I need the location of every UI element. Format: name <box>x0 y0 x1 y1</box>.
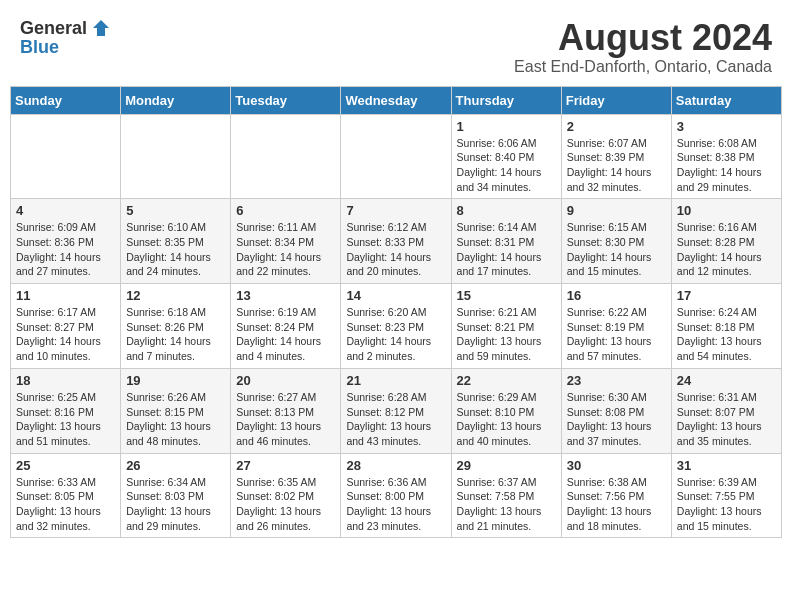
day-info: Sunrise: 6:10 AMSunset: 8:35 PMDaylight:… <box>126 220 225 279</box>
day-info: Sunrise: 6:25 AMSunset: 8:16 PMDaylight:… <box>16 390 115 449</box>
calendar-cell: 17Sunrise: 6:24 AMSunset: 8:18 PMDayligh… <box>671 284 781 369</box>
calendar-cell: 8Sunrise: 6:14 AMSunset: 8:31 PMDaylight… <box>451 199 561 284</box>
day-number: 3 <box>677 119 776 134</box>
calendar-cell: 4Sunrise: 6:09 AMSunset: 8:36 PMDaylight… <box>11 199 121 284</box>
weekday-header: Tuesday <box>231 86 341 114</box>
day-info: Sunrise: 6:28 AMSunset: 8:12 PMDaylight:… <box>346 390 445 449</box>
title-area: August 2024 East End-Danforth, Ontario, … <box>514 18 772 76</box>
day-number: 20 <box>236 373 335 388</box>
day-number: 4 <box>16 203 115 218</box>
day-info: Sunrise: 6:14 AMSunset: 8:31 PMDaylight:… <box>457 220 556 279</box>
day-number: 2 <box>567 119 666 134</box>
day-info: Sunrise: 6:16 AMSunset: 8:28 PMDaylight:… <box>677 220 776 279</box>
day-number: 18 <box>16 373 115 388</box>
day-number: 17 <box>677 288 776 303</box>
calendar-cell: 1Sunrise: 6:06 AMSunset: 8:40 PMDaylight… <box>451 114 561 199</box>
calendar-cell: 21Sunrise: 6:28 AMSunset: 8:12 PMDayligh… <box>341 368 451 453</box>
day-info: Sunrise: 6:38 AMSunset: 7:56 PMDaylight:… <box>567 475 666 534</box>
calendar-cell: 7Sunrise: 6:12 AMSunset: 8:33 PMDaylight… <box>341 199 451 284</box>
day-number: 28 <box>346 458 445 473</box>
calendar-cell: 5Sunrise: 6:10 AMSunset: 8:35 PMDaylight… <box>121 199 231 284</box>
calendar-cell: 20Sunrise: 6:27 AMSunset: 8:13 PMDayligh… <box>231 368 341 453</box>
weekday-header: Sunday <box>11 86 121 114</box>
calendar-cell: 9Sunrise: 6:15 AMSunset: 8:30 PMDaylight… <box>561 199 671 284</box>
weekday-header: Monday <box>121 86 231 114</box>
calendar-cell: 25Sunrise: 6:33 AMSunset: 8:05 PMDayligh… <box>11 453 121 538</box>
day-number: 30 <box>567 458 666 473</box>
day-number: 26 <box>126 458 225 473</box>
calendar-cell: 28Sunrise: 6:36 AMSunset: 8:00 PMDayligh… <box>341 453 451 538</box>
calendar-cell <box>121 114 231 199</box>
logo-icon <box>91 18 111 38</box>
calendar-cell <box>341 114 451 199</box>
day-number: 1 <box>457 119 556 134</box>
calendar-cell: 16Sunrise: 6:22 AMSunset: 8:19 PMDayligh… <box>561 284 671 369</box>
day-info: Sunrise: 6:09 AMSunset: 8:36 PMDaylight:… <box>16 220 115 279</box>
calendar-cell <box>231 114 341 199</box>
day-info: Sunrise: 6:30 AMSunset: 8:08 PMDaylight:… <box>567 390 666 449</box>
day-info: Sunrise: 6:06 AMSunset: 8:40 PMDaylight:… <box>457 136 556 195</box>
day-info: Sunrise: 6:33 AMSunset: 8:05 PMDaylight:… <box>16 475 115 534</box>
calendar-cell: 31Sunrise: 6:39 AMSunset: 7:55 PMDayligh… <box>671 453 781 538</box>
day-info: Sunrise: 6:12 AMSunset: 8:33 PMDaylight:… <box>346 220 445 279</box>
day-info: Sunrise: 6:36 AMSunset: 8:00 PMDaylight:… <box>346 475 445 534</box>
day-number: 15 <box>457 288 556 303</box>
day-number: 24 <box>677 373 776 388</box>
calendar-cell: 27Sunrise: 6:35 AMSunset: 8:02 PMDayligh… <box>231 453 341 538</box>
calendar-cell: 6Sunrise: 6:11 AMSunset: 8:34 PMDaylight… <box>231 199 341 284</box>
calendar-cell: 26Sunrise: 6:34 AMSunset: 8:03 PMDayligh… <box>121 453 231 538</box>
day-number: 25 <box>16 458 115 473</box>
calendar-cell: 24Sunrise: 6:31 AMSunset: 8:07 PMDayligh… <box>671 368 781 453</box>
day-info: Sunrise: 6:21 AMSunset: 8:21 PMDaylight:… <box>457 305 556 364</box>
day-info: Sunrise: 6:29 AMSunset: 8:10 PMDaylight:… <box>457 390 556 449</box>
day-number: 8 <box>457 203 556 218</box>
weekday-header: Friday <box>561 86 671 114</box>
calendar-cell: 15Sunrise: 6:21 AMSunset: 8:21 PMDayligh… <box>451 284 561 369</box>
calendar-cell: 14Sunrise: 6:20 AMSunset: 8:23 PMDayligh… <box>341 284 451 369</box>
svg-marker-0 <box>93 20 109 36</box>
header: General Blue August 2024 East End-Danfor… <box>10 10 782 80</box>
day-info: Sunrise: 6:39 AMSunset: 7:55 PMDaylight:… <box>677 475 776 534</box>
calendar-cell: 11Sunrise: 6:17 AMSunset: 8:27 PMDayligh… <box>11 284 121 369</box>
day-info: Sunrise: 6:19 AMSunset: 8:24 PMDaylight:… <box>236 305 335 364</box>
day-info: Sunrise: 6:34 AMSunset: 8:03 PMDaylight:… <box>126 475 225 534</box>
day-number: 13 <box>236 288 335 303</box>
day-info: Sunrise: 6:22 AMSunset: 8:19 PMDaylight:… <box>567 305 666 364</box>
calendar-cell: 23Sunrise: 6:30 AMSunset: 8:08 PMDayligh… <box>561 368 671 453</box>
day-number: 14 <box>346 288 445 303</box>
day-info: Sunrise: 6:35 AMSunset: 8:02 PMDaylight:… <box>236 475 335 534</box>
main-title: August 2024 <box>514 18 772 58</box>
day-number: 7 <box>346 203 445 218</box>
day-info: Sunrise: 6:24 AMSunset: 8:18 PMDaylight:… <box>677 305 776 364</box>
weekday-header: Wednesday <box>341 86 451 114</box>
weekday-header: Saturday <box>671 86 781 114</box>
subtitle: East End-Danforth, Ontario, Canada <box>514 58 772 76</box>
calendar-cell: 19Sunrise: 6:26 AMSunset: 8:15 PMDayligh… <box>121 368 231 453</box>
calendar-cell: 30Sunrise: 6:38 AMSunset: 7:56 PMDayligh… <box>561 453 671 538</box>
weekday-header: Thursday <box>451 86 561 114</box>
logo: General Blue <box>20 18 111 57</box>
calendar-cell: 3Sunrise: 6:08 AMSunset: 8:38 PMDaylight… <box>671 114 781 199</box>
calendar-cell: 22Sunrise: 6:29 AMSunset: 8:10 PMDayligh… <box>451 368 561 453</box>
day-number: 19 <box>126 373 225 388</box>
day-info: Sunrise: 6:27 AMSunset: 8:13 PMDaylight:… <box>236 390 335 449</box>
day-info: Sunrise: 6:17 AMSunset: 8:27 PMDaylight:… <box>16 305 115 364</box>
calendar-table: SundayMondayTuesdayWednesdayThursdayFrid… <box>10 86 782 539</box>
day-number: 10 <box>677 203 776 218</box>
day-number: 11 <box>16 288 115 303</box>
calendar-cell: 18Sunrise: 6:25 AMSunset: 8:16 PMDayligh… <box>11 368 121 453</box>
day-number: 21 <box>346 373 445 388</box>
day-number: 22 <box>457 373 556 388</box>
day-info: Sunrise: 6:31 AMSunset: 8:07 PMDaylight:… <box>677 390 776 449</box>
calendar-cell: 10Sunrise: 6:16 AMSunset: 8:28 PMDayligh… <box>671 199 781 284</box>
day-info: Sunrise: 6:11 AMSunset: 8:34 PMDaylight:… <box>236 220 335 279</box>
day-number: 6 <box>236 203 335 218</box>
day-number: 5 <box>126 203 225 218</box>
day-number: 29 <box>457 458 556 473</box>
logo-general: General <box>20 19 87 37</box>
day-info: Sunrise: 6:26 AMSunset: 8:15 PMDaylight:… <box>126 390 225 449</box>
day-number: 31 <box>677 458 776 473</box>
day-number: 9 <box>567 203 666 218</box>
day-info: Sunrise: 6:15 AMSunset: 8:30 PMDaylight:… <box>567 220 666 279</box>
day-number: 23 <box>567 373 666 388</box>
